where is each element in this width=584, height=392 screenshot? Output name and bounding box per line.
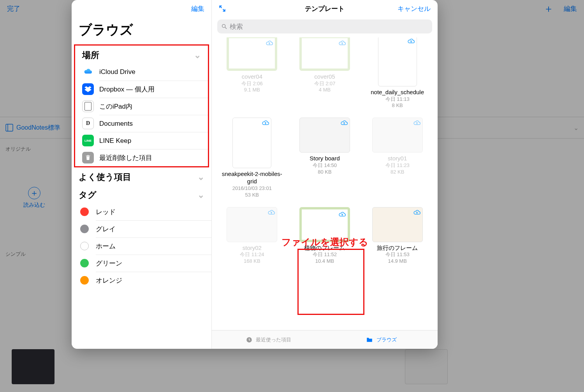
cloud-download-icon bbox=[267, 209, 275, 217]
file-size: 168 KB bbox=[244, 258, 260, 265]
location-documents[interactable]: D Documents bbox=[75, 115, 208, 132]
location-line[interactable]: LINE LINE Keep bbox=[75, 132, 208, 149]
tag-item[interactable]: グレイ bbox=[72, 220, 211, 237]
dropbox-icon bbox=[82, 83, 94, 95]
main-pane: テンプレート キャンセル 検索 今日 2:0610.4 MB今日 2:064.8… bbox=[212, 0, 438, 349]
cloud-download-icon bbox=[338, 40, 346, 47]
tag-item[interactable]: レッド bbox=[72, 203, 211, 220]
locations-list: iCloud Drive Dropbox — 個人用 このiPad内 D Doc… bbox=[75, 63, 208, 166]
chevron-down-icon: ⌄ bbox=[197, 190, 204, 200]
file-name: Story board bbox=[310, 155, 340, 162]
tags-header[interactable]: タグ ⌄ bbox=[72, 185, 211, 203]
cloud-download-icon bbox=[413, 120, 421, 127]
file-name: cover05 bbox=[314, 73, 335, 81]
trash-icon bbox=[82, 152, 94, 163]
tag-dot-icon bbox=[80, 207, 89, 216]
file-size: 8 KB bbox=[392, 102, 403, 109]
search-placeholder: 検索 bbox=[230, 22, 243, 31]
file-name: story02 bbox=[243, 244, 262, 252]
tab-recent[interactable]: 最近使った項目 bbox=[212, 330, 325, 349]
svg-line-3 bbox=[225, 27, 227, 29]
location-dropbox[interactable]: Dropbox — 個人用 bbox=[75, 81, 208, 98]
file-date: 今日 11:13 bbox=[385, 96, 410, 103]
tag-dot-icon bbox=[80, 276, 89, 285]
tag-item[interactable]: ホーム bbox=[72, 237, 211, 255]
file-date: 今日 11:24 bbox=[240, 251, 264, 258]
tag-item[interactable]: グリーン bbox=[72, 255, 211, 272]
cloud-download-icon bbox=[340, 120, 348, 127]
file-thumb bbox=[372, 118, 423, 153]
tags-list: レッドグレイホームグリーンオレンジ bbox=[72, 203, 211, 289]
file-item[interactable]: cover05今日 2:074 MB bbox=[290, 37, 360, 109]
search-input[interactable]: 検索 bbox=[217, 19, 432, 33]
cloud-download-icon bbox=[413, 209, 421, 217]
file-thumb bbox=[227, 207, 277, 242]
clock-icon bbox=[246, 336, 253, 343]
tab-browse[interactable]: ブラウズ bbox=[325, 330, 438, 349]
cloud-download-icon bbox=[266, 40, 273, 47]
tag-dot-icon bbox=[80, 242, 89, 250]
ipad-icon bbox=[82, 100, 94, 112]
file-thumb bbox=[378, 37, 417, 86]
file-size: 80 KB bbox=[318, 169, 331, 176]
location-icloud[interactable]: iCloud Drive bbox=[75, 63, 208, 81]
tab-bar: 最近使った項目 ブラウズ bbox=[212, 330, 438, 349]
file-name: sneakpeekit-2-mobiles-grid bbox=[219, 171, 285, 185]
file-thumb bbox=[372, 207, 423, 242]
search-icon bbox=[221, 23, 227, 30]
file-date: 今日 2:06 bbox=[241, 81, 263, 87]
file-name: 旅行のフレーム bbox=[377, 244, 418, 252]
cloud-download-icon bbox=[407, 38, 415, 46]
file-date: 2016/10/03 23:01 bbox=[232, 185, 272, 192]
file-date: 今日 2:07 bbox=[314, 81, 336, 87]
file-thumb bbox=[299, 37, 350, 71]
favorites-header[interactable]: よく使う項目 ⌄ bbox=[72, 167, 211, 185]
locations-header[interactable]: 場所 ⌄ bbox=[75, 46, 208, 63]
svg-point-2 bbox=[222, 25, 225, 28]
folder-icon bbox=[366, 336, 373, 343]
file-item[interactable]: story02今日 11:24168 KB bbox=[217, 207, 287, 265]
file-scroll[interactable]: 今日 2:0610.4 MB今日 2:064.8 MB今日 2:0614.9 M… bbox=[212, 37, 438, 330]
annotation-box-locations: 場所 ⌄ iCloud Drive Dropbox — 個人用 bbox=[74, 44, 209, 167]
location-trash[interactable]: 最近削除した項目 bbox=[75, 149, 208, 166]
file-item[interactable]: Story board今日 14:5080 KB bbox=[290, 118, 360, 198]
cloud-download-icon bbox=[338, 211, 346, 219]
file-thumb bbox=[299, 118, 350, 153]
file-size: 14.9 MB bbox=[388, 258, 406, 265]
file-size: 9.1 MB bbox=[244, 87, 260, 93]
file-picker-modal: 編集 ブラウズ 場所 ⌄ iCloud Drive Dropb bbox=[72, 0, 438, 349]
sidebar-title: ブラウズ bbox=[72, 17, 211, 44]
icloud-icon bbox=[82, 66, 94, 78]
file-size: 4 MB bbox=[319, 87, 331, 93]
file-item[interactable]: 植物のフレーム今日 11:5210.4 MB bbox=[290, 207, 360, 265]
sidebar-edit-button[interactable]: 編集 bbox=[191, 4, 204, 13]
file-name: note_daily_schedule bbox=[371, 89, 424, 96]
tag-dot-icon bbox=[80, 225, 89, 233]
cloud-download-icon bbox=[262, 120, 269, 127]
documents-app-icon: D bbox=[82, 118, 94, 129]
file-date: 今日 11:53 bbox=[385, 251, 410, 258]
file-item[interactable]: sneakpeekit-2-mobiles-grid2016/10/03 23:… bbox=[217, 118, 287, 198]
chevron-down-icon: ⌄ bbox=[194, 50, 201, 60]
chevron-down-icon: ⌄ bbox=[197, 172, 204, 182]
file-date: 今日 11:52 bbox=[313, 251, 337, 258]
file-size: 53 KB bbox=[245, 192, 259, 199]
file-thumb bbox=[232, 118, 271, 168]
file-item[interactable]: story01今日 11:2382 KB bbox=[362, 118, 432, 198]
file-item[interactable]: 旅行のフレーム今日 11:5314.9 MB bbox=[362, 207, 432, 265]
file-date: 今日 14:50 bbox=[313, 162, 337, 169]
sidebar: 編集 ブラウズ 場所 ⌄ iCloud Drive Dropb bbox=[72, 0, 212, 349]
file-item[interactable]: cover04今日 2:069.1 MB bbox=[217, 37, 287, 109]
file-size: 10.4 MB bbox=[315, 258, 334, 265]
file-thumb bbox=[227, 37, 277, 71]
cancel-button[interactable]: キャンセル bbox=[398, 4, 431, 13]
file-item[interactable]: note_daily_schedule今日 11:138 KB bbox=[362, 37, 432, 109]
file-name: 植物のフレーム bbox=[304, 244, 345, 252]
file-thumb bbox=[299, 207, 350, 242]
tag-item[interactable]: オレンジ bbox=[72, 272, 211, 289]
line-icon: LINE bbox=[82, 135, 94, 146]
tag-dot-icon bbox=[80, 259, 89, 267]
location-ipad[interactable]: このiPad内 bbox=[75, 98, 208, 115]
file-name: cover04 bbox=[242, 73, 262, 81]
file-date: 今日 11:23 bbox=[385, 162, 410, 169]
